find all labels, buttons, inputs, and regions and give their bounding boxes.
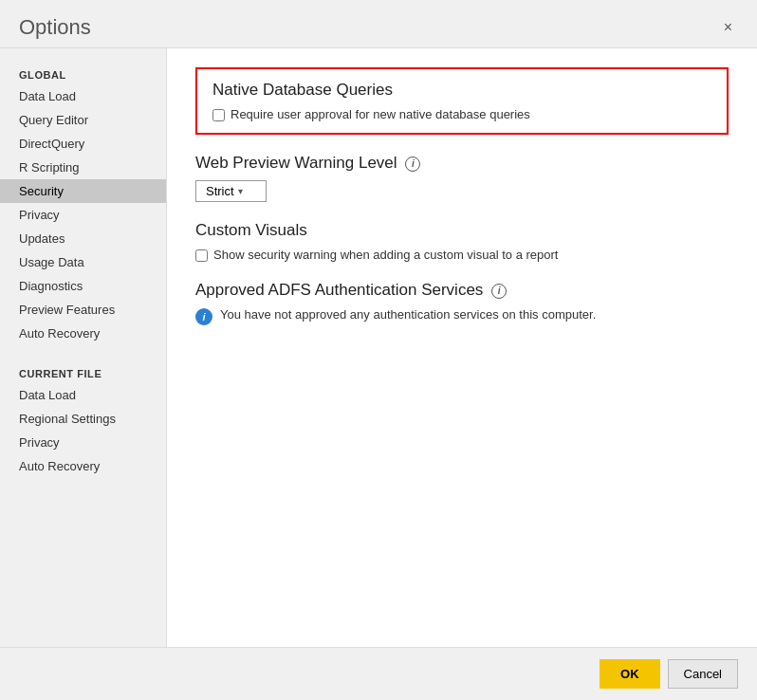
global-section-label: GLOBAL: [0, 60, 166, 84]
sidebar-item-diagnostics[interactable]: Diagnostics: [0, 274, 166, 298]
web-preview-section: Web Preview Warning Level i Strict ▾: [195, 154, 729, 202]
sidebar-item-r-scripting[interactable]: R Scripting: [0, 156, 166, 179]
dialog-footer: OK Cancel: [0, 647, 757, 700]
sidebar-item-cf-data-load[interactable]: Data Load: [0, 383, 166, 407]
options-dialog: Options × GLOBAL Data Load Query Editor …: [0, 0, 757, 700]
sidebar-item-data-load[interactable]: Data Load: [0, 84, 166, 108]
adfs-section: Approved ADFS Authentication Services i …: [195, 281, 729, 325]
dialog-body: GLOBAL Data Load Query Editor DirectQuer…: [0, 47, 757, 647]
native-db-title: Native Database Queries: [212, 81, 711, 100]
web-preview-title: Web Preview Warning Level i: [195, 154, 729, 173]
custom-visuals-checkbox[interactable]: [195, 249, 208, 262]
native-db-checkbox-row: Require user approval for new native dat…: [212, 107, 711, 121]
title-bar: Options ×: [0, 0, 757, 47]
sidebar-item-cf-regional-settings[interactable]: Regional Settings: [0, 407, 166, 431]
web-preview-dropdown-value: Strict: [206, 184, 234, 198]
dialog-title: Options: [19, 15, 91, 40]
adfs-message: You have not approved any authentication…: [220, 307, 596, 322]
chevron-down-icon: ▾: [238, 186, 243, 196]
main-content: Native Database Queries Require user app…: [166, 48, 757, 647]
cancel-button[interactable]: Cancel: [668, 659, 738, 689]
sidebar-item-auto-recovery[interactable]: Auto Recovery: [0, 322, 166, 345]
sidebar-item-query-editor[interactable]: Query Editor: [0, 108, 166, 132]
sidebar-item-direct-query[interactable]: DirectQuery: [0, 132, 166, 156]
native-db-section: Native Database Queries Require user app…: [195, 67, 729, 135]
current-file-section-label: CURRENT FILE: [0, 359, 166, 383]
close-button[interactable]: ×: [718, 18, 738, 37]
custom-visuals-checkbox-row: Show security warning when adding a cust…: [195, 248, 729, 262]
sidebar-item-updates[interactable]: Updates: [0, 227, 166, 250]
adfs-info-filled-icon: i: [195, 308, 212, 325]
sidebar-item-security[interactable]: Security: [0, 179, 166, 203]
native-db-checkbox-label: Require user approval for new native dat…: [231, 107, 530, 121]
custom-visuals-section: Custom Visuals Show security warning whe…: [195, 221, 729, 262]
sidebar: GLOBAL Data Load Query Editor DirectQuer…: [0, 48, 166, 647]
sidebar-item-cf-auto-recovery[interactable]: Auto Recovery: [0, 454, 166, 478]
custom-visuals-checkbox-label: Show security warning when adding a cust…: [213, 248, 558, 262]
custom-visuals-title: Custom Visuals: [195, 221, 729, 240]
ok-button[interactable]: OK: [600, 659, 660, 689]
sidebar-item-privacy[interactable]: Privacy: [0, 203, 166, 227]
web-preview-dropdown[interactable]: Strict ▾: [195, 180, 267, 202]
sidebar-item-usage-data[interactable]: Usage Data: [0, 250, 166, 274]
native-db-checkbox[interactable]: [212, 109, 225, 121]
sidebar-item-preview-features[interactable]: Preview Features: [0, 298, 166, 322]
adfs-title: Approved ADFS Authentication Services i: [195, 281, 729, 300]
adfs-message-row: i You have not approved any authenticati…: [195, 307, 729, 325]
web-preview-info-icon: i: [405, 157, 420, 172]
sidebar-item-cf-privacy[interactable]: Privacy: [0, 431, 166, 454]
adfs-info-icon: i: [491, 284, 507, 299]
